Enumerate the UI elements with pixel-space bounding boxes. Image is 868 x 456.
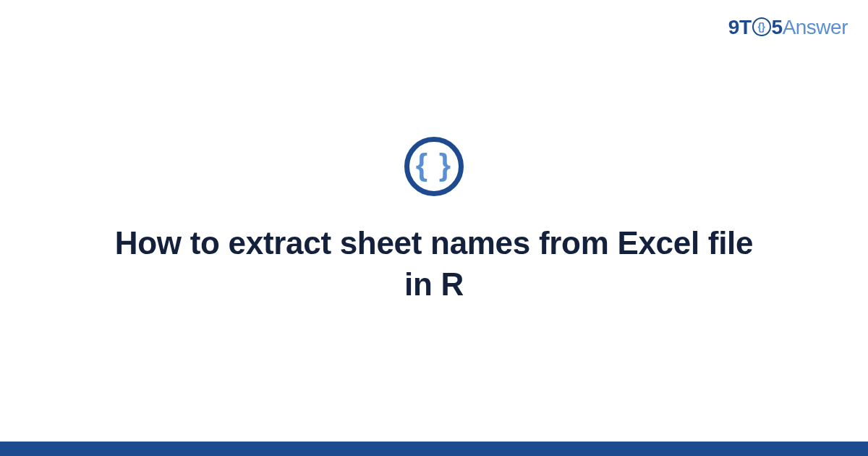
footer-bar xyxy=(0,442,868,456)
page-title: How to extract sheet names from Excel fi… xyxy=(101,222,767,305)
code-braces-icon: { } xyxy=(404,137,464,196)
main-content: { } How to extract sheet names from Exce… xyxy=(0,0,868,442)
braces-icon: { } xyxy=(416,150,452,180)
